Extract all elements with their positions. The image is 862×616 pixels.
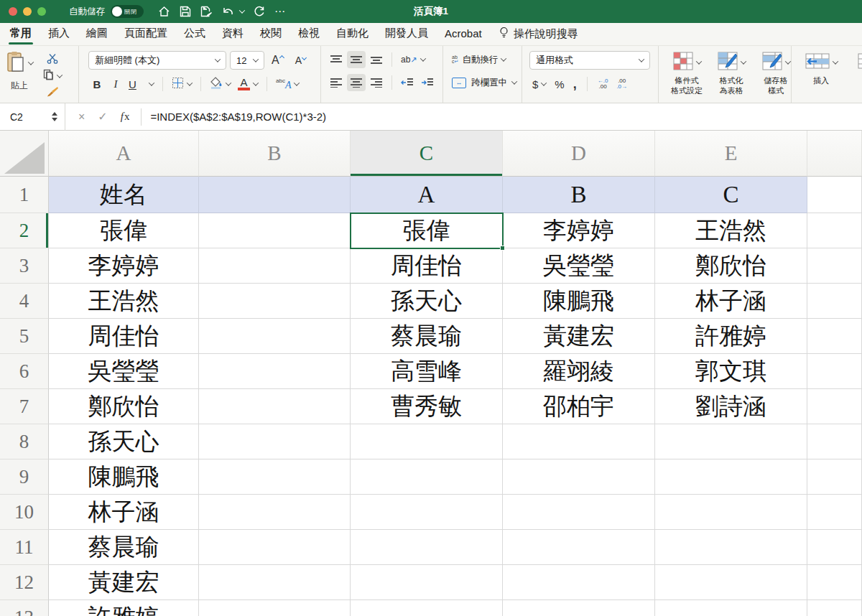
tab-自動化[interactable]: 自動化 [336, 22, 369, 46]
cell-D7[interactable]: 邵柏宇 [503, 389, 655, 424]
cell-D4[interactable]: 陳鵬飛 [503, 284, 655, 319]
cell-D9[interactable] [503, 459, 655, 495]
paste-dropdown-chevron[interactable] [27, 59, 33, 65]
cell-A3[interactable]: 李婷婷 [49, 248, 199, 284]
row-header-6[interactable]: 6 [0, 354, 49, 389]
wrap-text-chevron[interactable] [501, 55, 506, 61]
cell-styles-button[interactable]: 儲存格樣式 [755, 51, 797, 103]
currency-chevron[interactable] [541, 80, 547, 85]
cell-B10[interactable] [199, 495, 351, 530]
redo-icon[interactable] [254, 6, 265, 17]
row-header-12[interactable]: 12 [0, 565, 49, 600]
cell-F4[interactable] [807, 284, 862, 319]
currency-button[interactable]: $ [529, 75, 549, 93]
underline-button[interactable]: U [126, 75, 157, 93]
cell-C6[interactable]: 高雪峰 [351, 354, 503, 389]
wrap-text-button[interactable]: abc↵ 自動換行 [449, 51, 522, 68]
cell-C5[interactable]: 蔡晨瑜 [351, 319, 503, 354]
cell-A8[interactable]: 孫天心 [49, 424, 199, 459]
cell-styles-chevron[interactable] [784, 58, 790, 64]
cell-E3[interactable]: 鄭欣怡 [655, 248, 807, 284]
italic-button[interactable]: I [107, 75, 124, 93]
cell-A2[interactable]: 張偉 [49, 213, 199, 248]
cell-A1[interactable]: 姓名 [49, 177, 199, 213]
cell-F9[interactable] [807, 459, 862, 495]
cell-D10[interactable] [503, 495, 655, 530]
tab-公式[interactable]: 公式 [184, 22, 205, 46]
align-left-button[interactable] [327, 74, 346, 91]
underline-chevron[interactable] [149, 80, 154, 85]
insert-function-icon[interactable]: fx [121, 111, 130, 123]
cell-E11[interactable] [655, 530, 807, 565]
column-header-D[interactable]: D [503, 131, 655, 177]
cell-C3[interactable]: 周佳怡 [351, 248, 503, 284]
insert-cells-chevron[interactable] [832, 58, 838, 64]
format-as-table-button[interactable]: 格式化為表格 [710, 51, 752, 103]
row-header-10[interactable]: 10 [0, 495, 49, 530]
column-header-A[interactable]: A [49, 131, 199, 177]
font-size-combobox[interactable]: 12 [230, 51, 264, 70]
cell-F11[interactable] [807, 530, 862, 565]
cell-C12[interactable] [351, 565, 503, 600]
cell-A9[interactable]: 陳鵬飛 [49, 459, 199, 495]
cell-B4[interactable] [199, 284, 351, 319]
row-header-4[interactable]: 4 [0, 284, 49, 319]
cell-C7[interactable]: 曹秀敏 [351, 389, 503, 424]
shrink-font-button[interactable]: A [292, 52, 309, 69]
tab-頁面配置[interactable]: 頁面配置 [124, 22, 167, 46]
row-header-5[interactable]: 5 [0, 319, 49, 354]
tab-繪圖[interactable]: 繪圖 [86, 22, 108, 46]
undo-dropdown-chevron[interactable] [239, 7, 245, 13]
cell-C10[interactable] [351, 495, 503, 530]
copy-dropdown-chevron[interactable] [57, 72, 62, 78]
zoom-window-button[interactable] [37, 7, 46, 16]
row-header-2[interactable]: 2 [0, 213, 49, 248]
conditional-formatting-button[interactable]: 條件式格式設定 [666, 51, 708, 103]
cell-B8[interactable] [199, 424, 351, 459]
cell-E10[interactable] [655, 495, 807, 530]
cut-button[interactable] [40, 52, 65, 67]
cell-C9[interactable] [351, 459, 503, 495]
row-header-1[interactable]: 1 [0, 177, 49, 213]
insert-cells-button[interactable]: 插入 [800, 51, 842, 103]
row-header-8[interactable]: 8 [0, 424, 49, 459]
borders-chevron[interactable] [187, 80, 193, 85]
cell-E4[interactable]: 林子涵 [655, 284, 807, 319]
cell-F10[interactable] [807, 495, 862, 530]
cell-B12[interactable] [199, 565, 351, 600]
cell-B6[interactable] [199, 354, 351, 389]
more-commands-icon[interactable]: ⋯ [274, 8, 286, 15]
save-as-icon[interactable] [200, 6, 213, 17]
cell-F12[interactable] [807, 565, 862, 600]
fill-color-chevron[interactable] [226, 80, 231, 85]
cell-D12[interactable] [503, 565, 655, 600]
cell-E6[interactable]: 郭文琪 [655, 354, 807, 389]
tab-資料[interactable]: 資料 [222, 22, 244, 46]
font-name-combobox[interactable]: 新細明體 (本文) [88, 51, 226, 70]
column-header-B[interactable]: B [199, 131, 351, 177]
cell-A5[interactable]: 周佳怡 [49, 319, 199, 354]
cell-B7[interactable] [199, 389, 351, 424]
cell-B5[interactable] [199, 319, 351, 354]
cell-E7[interactable]: 劉詩涵 [655, 389, 807, 424]
minimize-window-button[interactable] [23, 7, 32, 16]
cell-A6[interactable]: 吳瑩瑩 [49, 354, 199, 389]
cell-D2[interactable]: 李婷婷 [503, 213, 655, 248]
name-box-stepper[interactable] [52, 112, 57, 121]
cell-E9[interactable] [655, 459, 807, 495]
cell-F8[interactable] [807, 424, 862, 459]
undo-icon[interactable] [222, 6, 234, 17]
increase-indent-button[interactable] [418, 74, 437, 91]
row-header-7[interactable]: 7 [0, 389, 49, 424]
orientation-button[interactable]: ab↗ [398, 51, 428, 68]
close-window-button[interactable] [9, 7, 17, 16]
font-color-button[interactable]: A [235, 75, 261, 93]
cell-E5[interactable]: 許雅婷 [655, 319, 807, 354]
cell-F5[interactable] [807, 319, 862, 354]
cell-D6[interactable]: 羅翊綾 [503, 354, 655, 389]
paste-button[interactable]: 貼上 [0, 51, 39, 103]
align-center-button[interactable] [347, 74, 366, 91]
cell-A13[interactable]: 許雅婷 [49, 600, 199, 616]
cell-E1[interactable]: C [655, 177, 807, 213]
merge-center-button[interactable]: ↔ 跨欄置中 [449, 74, 522, 91]
